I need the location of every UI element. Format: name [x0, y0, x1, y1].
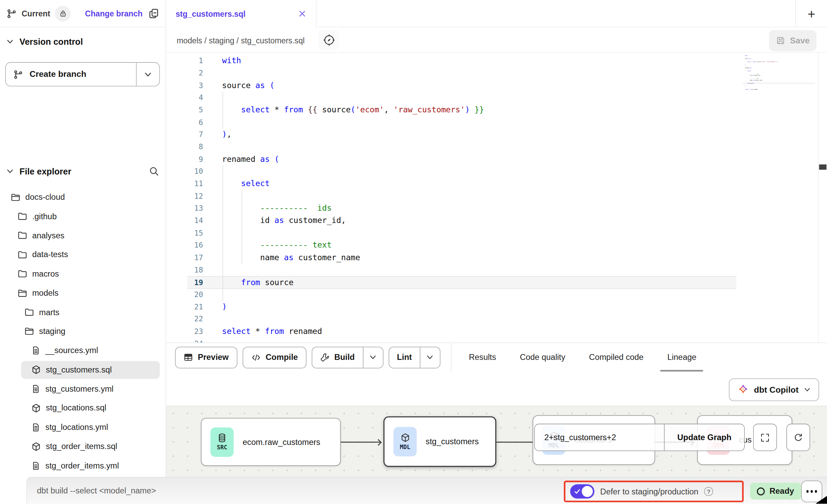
editor-scrollbar-thumb[interactable] — [819, 165, 827, 170]
update-graph-button[interactable]: Update Graph — [664, 424, 744, 450]
line-number: 18 — [187, 264, 203, 276]
code-line-20[interactable]: 20 — [187, 289, 736, 301]
tab-results[interactable]: Results — [469, 343, 496, 372]
folder-icon — [17, 211, 27, 221]
code-line-2[interactable]: 2 — [187, 67, 736, 80]
code-line-12[interactable]: 12 — [187, 190, 736, 202]
help-icon[interactable]: ? — [704, 487, 713, 496]
indent-guide — [222, 239, 223, 252]
version-control-header[interactable]: Version control — [0, 34, 166, 50]
lineage-panel[interactable]: SRCecom.raw_customersMDLstg_customersMDL… — [166, 406, 827, 477]
line-number: 3 — [187, 80, 203, 92]
code-line-19[interactable]: 19 from source — [187, 276, 736, 289]
file-label: macros — [32, 269, 59, 279]
code-line-4[interactable]: 4 — [187, 92, 736, 104]
code-line-11[interactable]: 11 select — [187, 178, 736, 190]
code-line-9[interactable]: 9renamed as ( — [187, 153, 736, 166]
lint-button[interactable]: Lint — [389, 347, 420, 367]
fullscreen-button[interactable] — [753, 424, 777, 451]
code-line-1[interactable]: 1with — [187, 55, 736, 67]
tab-title: stg_customers.sql — [176, 9, 298, 18]
sidebar: Current Change branch Version control Cr… — [0, 0, 166, 477]
model-cube-icon — [31, 442, 41, 451]
code-line-21[interactable]: 21) — [187, 301, 736, 313]
sidebar-item-docs-cloud[interactable]: docs-cloud — [0, 187, 166, 207]
code-line-3[interactable]: 3source as ( — [187, 80, 736, 92]
folder-icon — [24, 307, 34, 317]
file-label: stg_order_items.sql — [46, 442, 117, 451]
lineage-node-stg-customers[interactable]: MDLstg_customers — [383, 416, 496, 467]
code-line-23[interactable]: 23select * from renamed — [187, 325, 736, 338]
sidebar-item--sources-yml[interactable]: __sources.yml — [0, 341, 166, 360]
change-branch-link[interactable]: Change branch — [85, 9, 143, 18]
minimap[interactable]: withsource as ( select * from {{ source(… — [743, 55, 822, 100]
close-icon[interactable] — [298, 10, 307, 18]
indent-guide — [222, 215, 223, 227]
code-editor[interactable]: 1with23source as (45 select * from {{ so… — [166, 53, 827, 342]
refresh-button[interactable] — [786, 424, 810, 451]
build-button[interactable]: Build — [312, 347, 363, 367]
sidebar-item-stg-locations-yml[interactable]: stg_locations.yml — [0, 418, 166, 437]
command-bar[interactable]: dbt build --select <model_name> Defer to… — [26, 477, 827, 504]
compile-button[interactable]: Compile — [242, 347, 306, 368]
preview-button[interactable]: Preview — [175, 347, 237, 368]
code-line-16[interactable]: 16 ---------- text — [187, 239, 736, 252]
code-line-6[interactable]: 6 — [187, 116, 736, 129]
sidebar-item--github[interactable]: .github — [0, 207, 166, 226]
code-line-14[interactable]: 14 id as customer_id, — [187, 215, 736, 227]
lineage-node-ecom-raw-customers[interactable]: SRCecom.raw_customers — [201, 418, 341, 466]
search-icon[interactable] — [149, 166, 159, 177]
code-line-17[interactable]: 17 name as customer_name — [187, 252, 736, 264]
sidebar-item-macros[interactable]: macros — [0, 264, 166, 283]
sidebar-item-analyses[interactable]: analyses — [0, 226, 166, 245]
lineage-selector-input[interactable]: 2+stg_customers+2 — [535, 424, 664, 450]
tab-lineage[interactable]: Lineage — [667, 343, 696, 372]
sidebar-item-stg-order-items-sql[interactable]: stg_order_items.sql — [0, 437, 166, 456]
tab-stg-customers-sql[interactable]: stg_customers.sql — [166, 0, 316, 27]
code-line-13[interactable]: 13 ---------- ids — [187, 202, 736, 215]
more-options-button[interactable] — [801, 481, 822, 502]
line-text — [203, 141, 736, 153]
toolbar-divider — [451, 343, 451, 372]
code-line-15[interactable]: 15 — [187, 227, 736, 239]
file-explorer-header[interactable]: File explorer — [0, 163, 166, 179]
chevron-down-icon — [6, 168, 14, 175]
sidebar-item-stg-customers-sql[interactable]: stg_customers.sql — [0, 360, 166, 379]
line-number: 15 — [187, 227, 203, 239]
sidebar-item-stg-customers-yml[interactable]: stg_customers.yml — [0, 379, 166, 398]
copy-icon[interactable] — [148, 8, 159, 19]
sidebar-item-data-tests[interactable]: data-tests — [0, 245, 166, 264]
sidebar-item-staging[interactable]: staging — [0, 322, 166, 341]
sidebar-item-models[interactable]: models — [0, 283, 166, 303]
sidebar-item-marts[interactable]: marts — [0, 303, 166, 322]
check-icon — [574, 488, 581, 495]
command-input-placeholder[interactable]: dbt build --select <model_name> — [37, 477, 156, 504]
indent-guide — [222, 116, 223, 129]
code-line-7[interactable]: 7), — [187, 129, 736, 141]
sidebar-item-stg-order-items-yml[interactable]: stg_order_items.yml — [0, 456, 166, 475]
branch-locked-badge — [55, 5, 71, 21]
sidebar-item-stg-locations-sql[interactable]: stg_locations.sql — [0, 398, 166, 418]
file-label: .github — [32, 212, 57, 221]
code-line-24[interactable]: 24 — [187, 338, 736, 342]
tab-code-quality[interactable]: Code quality — [520, 343, 565, 372]
code-line-5[interactable]: 5 select * from {{ source('ecom', 'raw_c… — [187, 104, 736, 116]
new-tab-button[interactable]: + — [795, 0, 827, 27]
save-button[interactable]: Save — [769, 30, 816, 51]
docs-compass-button[interactable] — [318, 30, 340, 50]
build-menu-button[interactable] — [363, 347, 383, 367]
file-label: stg_customers.sql — [46, 365, 112, 375]
create-branch-button[interactable]: Create branch — [6, 63, 136, 86]
dbt-copilot-button[interactable]: dbt Copilot — [729, 378, 819, 401]
code-line-22[interactable]: 22 — [187, 313, 736, 325]
code-line-18[interactable]: 18 — [187, 264, 736, 276]
defer-toggle[interactable] — [570, 484, 594, 499]
create-branch-menu-button[interactable] — [136, 63, 159, 86]
lint-menu-button[interactable] — [420, 347, 440, 367]
editor-toolbar: Preview Compile Build Lint — [166, 342, 827, 372]
indent-guide — [222, 178, 223, 190]
code-line-8[interactable]: 8 — [187, 141, 736, 153]
code-line-10[interactable]: 10 — [187, 166, 736, 178]
tab-compiled-code[interactable]: Compiled code — [589, 343, 644, 372]
code-line-24[interactable] — [743, 90, 815, 92]
